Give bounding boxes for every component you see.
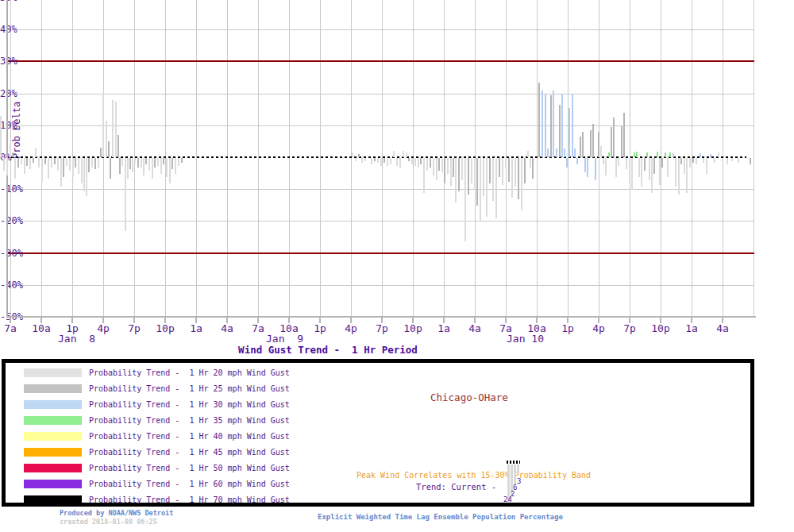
bar (175, 158, 176, 174)
gridline-vertical (103, 0, 104, 317)
bar (524, 158, 526, 183)
bar (684, 158, 685, 174)
bar (665, 152, 666, 157)
bar (590, 130, 592, 157)
bar (154, 158, 156, 168)
legend-label: Probability Trend - 1 Hr 40 mph Wind Gus… (89, 432, 290, 441)
bar (106, 121, 107, 157)
legend-color-swatch (24, 495, 82, 504)
bar (692, 158, 694, 163)
gridline-horizontal (6, 29, 754, 30)
bar (550, 95, 552, 157)
bar (134, 158, 136, 163)
bar (399, 158, 401, 168)
bar (495, 158, 497, 218)
legend-color-swatch (24, 448, 82, 457)
bar (444, 158, 445, 183)
bar (667, 158, 669, 177)
y-tick-label: -20% (0, 215, 23, 226)
bar (374, 158, 376, 161)
gridline-vertical (227, 0, 228, 317)
bar (119, 158, 121, 174)
bar (595, 158, 596, 180)
x-tick-label: 4a (221, 322, 233, 334)
bar (547, 148, 549, 157)
bar (649, 158, 650, 180)
bar (598, 132, 599, 157)
legend-color-swatch (24, 480, 82, 488)
bar (673, 153, 674, 157)
trend-current-label: Trend: Current - (416, 482, 496, 492)
legend-row: Probability Trend - 1 Hr 35 mph Wind Gus… (6, 414, 339, 430)
legend-row: Probability Trend - 1 Hr 25 mph Wind Gus… (6, 382, 339, 398)
bar (384, 158, 385, 163)
bar (118, 135, 119, 157)
bar (553, 91, 554, 157)
bar (115, 102, 117, 157)
x-date-label: Jan 9 (266, 333, 303, 345)
bar (35, 148, 37, 157)
inset-bar (514, 465, 516, 485)
bar (669, 152, 671, 157)
bar (387, 158, 388, 166)
bar (127, 158, 129, 179)
bar (608, 152, 610, 157)
bar (148, 158, 150, 171)
x-tick-label: 4p (592, 322, 605, 334)
bar (48, 158, 49, 179)
bar (727, 158, 728, 164)
legend-row: Probability Trend - 1 Hr 20 mph Wind Gus… (6, 366, 339, 382)
bar (33, 158, 34, 163)
footer-created-timestamp: created 2018-01-08 06:25 (60, 518, 157, 526)
y-tick-label: -10% (0, 183, 23, 195)
y-tick-label: 50% (0, 0, 17, 3)
bar (83, 158, 85, 191)
bar (461, 158, 463, 180)
bar (72, 158, 74, 177)
bar (696, 158, 697, 164)
probability-trend-chart: Prob Delta 50%40%30%20%10%0%-10%-20%-30%… (0, 0, 794, 357)
bar (447, 158, 449, 174)
gridline-vertical (568, 0, 569, 317)
x-tick-label: 7a (252, 322, 264, 334)
bar (418, 158, 419, 168)
bar (689, 158, 691, 168)
bar (112, 100, 114, 157)
legend-color-swatch (24, 464, 82, 472)
bar (471, 158, 472, 183)
y-tick-label: -30% (0, 248, 23, 259)
legend-row: Probability Trend - 1 Hr 45 mph Wind Gus… (6, 445, 339, 461)
bar (102, 92, 104, 157)
bar (152, 158, 153, 179)
gridline-horizontal (6, 189, 754, 190)
bar (414, 158, 416, 166)
bar (629, 158, 630, 183)
bar (166, 158, 168, 177)
bar (623, 113, 625, 157)
bar (393, 151, 395, 157)
bar (181, 158, 183, 163)
bar (371, 158, 372, 164)
y-tick-label: 30% (0, 56, 17, 67)
bar (57, 158, 59, 171)
legend-row: Probability Trend - 1 Hr 70 mph Wind Gus… (6, 493, 339, 509)
bar (605, 158, 607, 175)
threshold-line (6, 253, 754, 254)
inset-bar (517, 465, 519, 475)
bar (51, 158, 52, 168)
bar (582, 132, 584, 157)
legend-label: Probability Trend - 1 Hr 35 mph Wind Gus… (89, 416, 290, 425)
bar (641, 158, 642, 187)
bar (542, 91, 543, 157)
x-tick-label: 10p (651, 322, 669, 334)
bar (408, 158, 410, 161)
gridline-vertical (258, 0, 259, 317)
bar (145, 158, 147, 164)
inset-period-number: 3 (517, 477, 521, 485)
bar (14, 158, 16, 179)
bar (636, 152, 638, 157)
bar (703, 158, 704, 163)
bar (508, 158, 510, 182)
footer-method-note: Explicit Weighted Time Lag Ensemble Popu… (318, 513, 563, 521)
bar (433, 158, 434, 175)
